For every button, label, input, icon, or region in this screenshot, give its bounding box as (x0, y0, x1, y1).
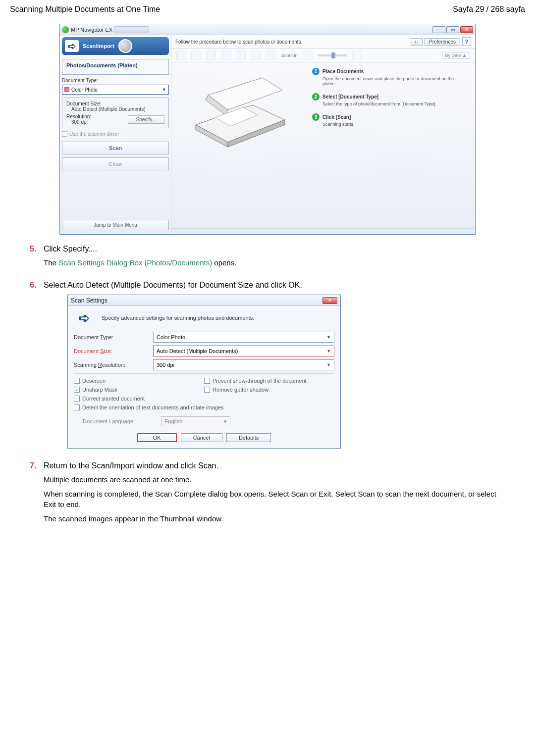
ss-doc-type-dropdown[interactable]: Color Photo ▼ (153, 332, 334, 343)
doc-language-label: Document Language: (83, 418, 157, 424)
instruction-steps: 1Place Documents Open the document cover… (312, 68, 468, 223)
preferences-button[interactable]: Preferences (425, 38, 460, 46)
doc-language-value: English (164, 418, 182, 424)
chevron-down-icon: ▼ (326, 362, 331, 367)
main-area: Follow the procedure below to scan photo… (171, 35, 475, 234)
doc-step-6: 6. Select Auto Detect (Multiple Document… (30, 281, 505, 449)
status-bar (171, 228, 475, 234)
sort-by-date-dropdown[interactable]: By Date ▲ (442, 52, 470, 59)
step-3-title: Click [Scan] (322, 114, 351, 120)
step-1-title: Place Documents (322, 69, 364, 74)
descreen-checkbox[interactable]: Descreen (74, 378, 204, 384)
globe-icon[interactable] (118, 39, 132, 53)
sort-button[interactable]: ↑↓ (411, 38, 423, 46)
titlebar-tab (114, 26, 149, 33)
scan-button[interactable]: Scan (62, 142, 169, 154)
ss-doc-size-value: Auto Detect (Multiple Documents) (157, 348, 238, 354)
dialog-intro: Specify advanced settings for scanning p… (102, 315, 254, 321)
icon-toolbar: Zoom in By Date ▲ (171, 49, 475, 63)
dialog-close-button[interactable]: ✕ (322, 297, 337, 304)
step-2-sub: Select the type of photo/document from [… (322, 101, 468, 106)
remove-gutter-checkbox[interactable]: Remove gutter shadow (204, 387, 334, 393)
close-button[interactable]: ✕ (460, 26, 473, 33)
step-number-5: 5. (30, 245, 42, 253)
specify-button[interactable]: Specify... (128, 115, 164, 124)
doc-type-value: Color Photo (71, 87, 98, 93)
use-scanner-driver-row[interactable]: Use the scanner driver (62, 131, 169, 137)
use-scanner-driver-label: Use the scanner driver (69, 131, 119, 137)
doc-size-value: Auto Detect (Multiple Documents) (71, 106, 164, 112)
arrow-icon: ➪ (65, 40, 79, 52)
zoom-icon[interactable] (236, 50, 246, 60)
doc-step-7: 7. Return to the Scan/Import window and … (30, 461, 505, 524)
ss-doc-type-label: Document Type: (74, 334, 153, 340)
color-swatch-icon (64, 87, 69, 92)
step-number-7: 7. (30, 461, 42, 470)
jump-main-menu-button[interactable]: Jump to Main Menu (62, 220, 169, 230)
minimize-button[interactable]: — (432, 26, 445, 33)
step-7-sub1: Multiple documents are scanned at one ti… (44, 474, 505, 485)
zoom-in-icon[interactable] (352, 50, 362, 60)
zoom-label: Zoom in (281, 53, 298, 58)
chevron-down-icon: ▼ (326, 335, 331, 340)
detect-orientation-checkbox[interactable]: Detect the orientation of text documents… (74, 404, 334, 410)
clear-button[interactable]: Clear (62, 157, 169, 170)
sidebar: ➪ Scan/Import Photos/Documents (Platen) … (60, 35, 171, 234)
doc-type-label: Document Type: (62, 78, 169, 83)
page-number: Sayfa 29 / 268 sayfa (453, 5, 525, 14)
ss-resolution-dropdown[interactable]: 300 dpi ▼ (153, 359, 334, 370)
step-number-6: 6. (30, 281, 42, 290)
step-5-text: Click Specify.... (44, 245, 97, 253)
crop-icon[interactable] (251, 50, 261, 60)
defaults-button[interactable]: Defaults (226, 433, 271, 442)
unsharp-label: Unsharp Mask (82, 387, 117, 393)
ss-resolution-value: 300 dpi (157, 362, 174, 368)
prevent-label: Prevent show-through of the document (213, 378, 307, 384)
resolution-value: 300 dpi (71, 119, 91, 125)
scan-settings-dialog-link[interactable]: Scan Settings Dialog Box (Photos/Documen… (58, 258, 212, 267)
scan-import-header[interactable]: ➪ Scan/Import (62, 37, 169, 55)
image-icon[interactable] (266, 50, 275, 60)
correct-slanted-checkbox[interactable]: Correct slanted document (74, 396, 334, 402)
maximize-button[interactable]: ▭ (446, 26, 459, 33)
step-5-sub-suffix: opens. (212, 258, 236, 267)
gutter-label: Remove gutter shadow (213, 387, 268, 393)
chevron-down-icon: ▼ (162, 87, 166, 92)
toolbar-hint: Follow the procedure below to scan photo… (175, 39, 302, 45)
step-3-sub: Scanning starts. (322, 122, 468, 127)
step-2-title: Select [Document Type] (322, 94, 378, 100)
titlebar: MP Navigator EX — ▭ ✕ (60, 24, 475, 35)
thumb-icon[interactable] (191, 50, 201, 60)
rotate-left-icon[interactable] (206, 50, 216, 60)
step-badge-3: 3 (312, 113, 320, 121)
page-title: Scanning Multiple Documents at One Time (10, 5, 160, 14)
checkbox-icon[interactable] (62, 131, 67, 137)
zoom-out-icon[interactable] (303, 50, 313, 60)
ss-doc-size-dropdown[interactable]: Auto Detect (Multiple Documents) ▼ (153, 346, 334, 356)
zoom-slider[interactable] (318, 54, 347, 56)
ok-button[interactable]: OK (137, 433, 177, 442)
unsharp-mask-checkbox[interactable]: ✓Unsharp Mask (74, 387, 204, 393)
scan-import-label: Scan/Import (83, 43, 114, 49)
prevent-showthrough-checkbox[interactable]: Prevent show-through of the document (204, 378, 334, 384)
doc-step-5: 5. Click Specify.... The Scan Settings D… (30, 245, 505, 268)
step-1-sub: Open the document cover and place the ph… (322, 76, 468, 86)
rotate-right-icon[interactable] (221, 50, 231, 60)
scanner-illustration (178, 68, 302, 152)
app-icon (62, 26, 69, 33)
help-button[interactable]: ? (462, 37, 471, 46)
panel-title: Photos/Documents (Platen) (66, 62, 164, 68)
app-title: MP Navigator EX (71, 27, 112, 33)
arrow-icon: ➪ (74, 310, 94, 326)
slanted-label: Correct slanted document (82, 396, 145, 402)
doc-type-dropdown[interactable]: Color Photo ▼ (62, 85, 169, 95)
scan-settings-dialog: Scan Settings ✕ ➪ Specify advanced setti… (67, 295, 341, 449)
chevron-down-icon: ▾ (224, 418, 227, 425)
grid-icon[interactable] (176, 50, 186, 60)
toolbar: Follow the procedure below to scan photo… (171, 35, 475, 49)
mp-navigator-window: MP Navigator EX — ▭ ✕ ➪ Scan/Import Phot… (59, 24, 476, 235)
orient-label: Detect the orientation of text documents… (82, 404, 224, 410)
cancel-button[interactable]: Cancel (181, 433, 222, 442)
dialog-title: Scan Settings (71, 297, 107, 304)
resolution-label: Resolution: (66, 114, 91, 119)
